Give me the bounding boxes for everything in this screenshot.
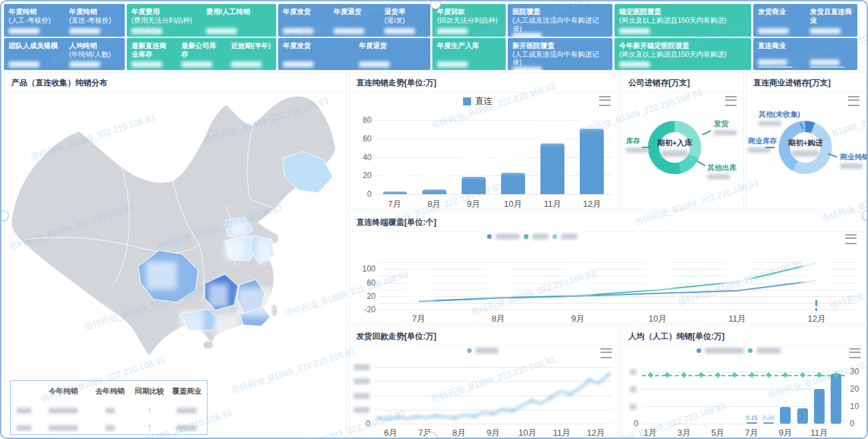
kpi-card[interactable]: 最新直连商业库存	[127, 38, 177, 71]
kpi-card[interactable]: 稳定医院覆盖(两次及以上购进且150天内有购进)	[614, 4, 751, 37]
kpi-card-row: 年度纯销(人工-考核价)年度纯销(直连-考核价)	[4, 4, 125, 37]
kpi-card[interactable]: 年度发货	[278, 4, 329, 37]
kpi-card-row: 发货商业发货且直连商业	[753, 4, 857, 37]
kpi-card[interactable]: 费用/人工纯销	[201, 4, 276, 37]
kpi-value-blurred	[758, 59, 787, 65]
kpi-title: 医院覆盖	[512, 7, 608, 16]
donut-label-value-blurred	[759, 121, 781, 126]
x-axis-label: 7月	[412, 313, 426, 325]
kpi-card[interactable]: 发货且直连商业	[805, 4, 857, 37]
gridline	[379, 310, 857, 310]
kpi-value-blurred	[283, 28, 314, 34]
gridline	[642, 372, 845, 372]
kpi-subtitle: (费用无法分到品种)	[131, 16, 197, 25]
kpi-value	[69, 61, 121, 67]
menu-icon[interactable]	[845, 234, 857, 244]
per-capita-combo-chart: 0.150.23010203001月3月5月7月9月11月	[622, 344, 866, 438]
kpi-value	[758, 28, 801, 34]
kpi-value	[283, 61, 350, 67]
sales-comparison-table: 今年纯销去年纯销同期比较覆盖商业↑↑	[10, 380, 207, 435]
bar	[747, 422, 757, 424]
map-label-blurred	[237, 288, 273, 317]
menu-icon[interactable]	[848, 96, 859, 106]
kpi-group-5: 医院覆盖(人工或直连流向中有购进记录)新开医院覆盖(人工或直连流向中有购进记录)	[508, 4, 612, 70]
kpi-card[interactable]: 团队人成员规模	[4, 38, 65, 71]
bar	[580, 129, 604, 194]
x-axis-label: 11月	[729, 313, 747, 325]
x-axis-label: 11月	[811, 427, 829, 439]
kpi-card[interactable]: 年度纯销(直连-考核价)	[65, 4, 125, 37]
y-axis-label: 60	[367, 278, 379, 288]
map-label-blurred	[146, 262, 177, 290]
bar-data-label-blurred	[380, 169, 410, 190]
kpi-title: 团队人成员规模	[9, 41, 60, 50]
kpi-value-blurred	[181, 61, 212, 67]
kpi-title: 费用/人工纯销	[206, 7, 272, 16]
kpi-card[interactable]: 年度回款(回款无法分到品种)	[432, 4, 506, 37]
kpi-card[interactable]: 医院覆盖(人工或直连流向中有购进记录)	[508, 4, 612, 37]
kpi-card-row: 年度发货年度退货退货率(退/发)	[278, 4, 430, 37]
kpi-card[interactable]: 年度退货	[329, 4, 380, 37]
kpi-card[interactable]: 年度退货	[354, 38, 430, 71]
kpi-value-blurred	[512, 33, 542, 36]
y-axis-label: 80	[363, 115, 375, 125]
right-y-axis-label: 20	[850, 384, 859, 394]
kpi-card-row: 新开医院覆盖(人工或直连流向中有购进记录)	[508, 38, 612, 71]
kpi-subtitle: (人工或直连流向中有购进记录)	[512, 16, 608, 33]
kpi-group-7: 发货商业发货且直连商业直连商业	[753, 4, 857, 70]
legend-dot	[748, 348, 753, 353]
kpi-card-row: 稳定医院覆盖(两次及以上购进且150天内有购进)	[614, 4, 751, 37]
kpi-card[interactable]: 年度费用(费用无法分到品种)	[127, 4, 201, 37]
gridline	[375, 194, 612, 195]
line-marker	[665, 372, 670, 378]
kpi-subtitle: (年纯销/人数)	[69, 50, 121, 59]
panel-shipment-payment-trend: 发货回款走势[单位:万] 06月7月8月9月10月11月12月	[349, 326, 619, 438]
percap-panel-title: 人均（人工）纯销[单位:万]	[622, 326, 866, 346]
kpi-card[interactable]: 近效期(半年)	[226, 38, 276, 71]
kpi-card-row: 团队人成员规模人均纯销(年纯销/人数)	[4, 38, 125, 71]
menu-icon[interactable]	[600, 348, 612, 358]
label-connector	[702, 130, 711, 135]
kpi-card[interactable]: 直连商业	[753, 38, 857, 71]
bar-data-label-blurred	[420, 167, 449, 188]
right-y-axis-label: 10	[850, 402, 859, 411]
table-header-row: 今年纯销去年纯销同期比较覆盖商业	[11, 381, 207, 401]
resize-handle-bottom[interactable]	[426, 432, 437, 439]
kpi-card[interactable]: 退货率(退/发)	[380, 4, 430, 37]
legend-blurred	[482, 232, 582, 242]
kpi-value-blurred	[810, 28, 841, 34]
kpi-card[interactable]: 最新公司库存	[177, 38, 227, 71]
kpi-card[interactable]: 新开医院覆盖(人工或直连流向中有购进记录)	[508, 38, 612, 71]
kpi-card[interactable]: 人均纯销(年纯销/人数)	[65, 38, 125, 71]
comparison-arrow: ↑	[131, 422, 168, 432]
menu-icon[interactable]	[849, 348, 861, 358]
donut-label: 库存	[626, 136, 648, 153]
kpi-title: 年度退货	[334, 7, 375, 16]
kpi-card[interactable]: 年度生产入库	[432, 38, 506, 71]
kpi-value	[9, 28, 60, 34]
bar	[780, 407, 791, 424]
gridline	[374, 424, 613, 424]
menu-icon[interactable]	[725, 96, 737, 106]
cell-blurred	[37, 423, 89, 431]
kpi-card[interactable]: 年度发货	[278, 38, 354, 71]
kpi-group-6: 稳定医院覆盖(两次及以上购进且150天内有购进)今年新开稳定医院覆盖(两次及以上…	[614, 4, 751, 70]
kpi-group-2: 年度费用(费用无法分到品种)费用/人工纯销最新直连商业库存最新公司库存近效期(半…	[127, 4, 276, 70]
kpi-subtitle: (两次及以上购进且150天内有购进)	[619, 50, 747, 59]
province-hainan[interactable]	[203, 341, 213, 349]
kpi-card[interactable]: 今年新开稳定医院覆盖(两次及以上购进且150天内有购进)	[614, 38, 751, 71]
kpi-subtitle: (人工或直连流向中有购进记录)	[512, 50, 608, 67]
kpi-card[interactable]: 年度纯销(人工-考核价)	[4, 4, 65, 37]
resize-handle-right[interactable]	[862, 210, 868, 221]
gridline	[375, 157, 612, 158]
donut-label: 发货	[714, 119, 737, 135]
menu-icon[interactable]	[599, 96, 610, 106]
gridline	[375, 175, 612, 176]
legend-swatch	[463, 97, 471, 105]
legend-dot	[552, 234, 557, 239]
kpi-card[interactable]: 发货商业	[753, 4, 805, 37]
kpi-value	[512, 33, 608, 36]
donut-label: 其他出库	[707, 163, 737, 179]
legend-dot	[524, 234, 528, 239]
kpi-title: 年度回款	[437, 7, 501, 16]
